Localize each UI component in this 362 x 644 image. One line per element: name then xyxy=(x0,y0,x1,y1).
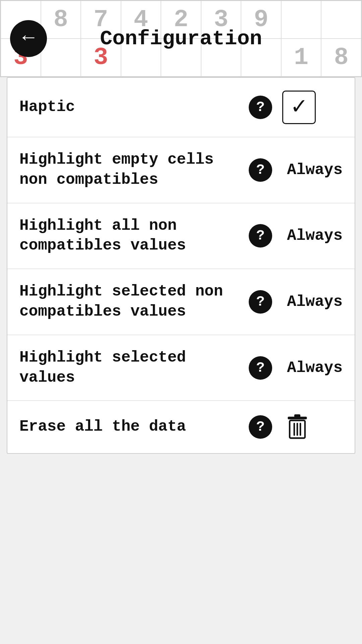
question-icon: ? xyxy=(256,419,264,435)
haptic-checkbox[interactable]: ✓ xyxy=(282,91,316,124)
checkmark-icon: ✓ xyxy=(292,95,306,119)
highlight-selected-help-button[interactable]: ? xyxy=(249,356,272,380)
question-icon: ? xyxy=(256,294,264,310)
question-icon: ? xyxy=(256,360,264,376)
highlight-empty-help-button[interactable]: ? xyxy=(249,158,272,182)
haptic-value[interactable]: ✓ xyxy=(282,91,343,124)
highlight-selected-value[interactable]: Always xyxy=(282,359,343,377)
question-icon: ? xyxy=(256,162,264,178)
config-row-haptic: Haptic ? ✓ xyxy=(7,78,355,137)
config-row-erase: Erase all the data ? xyxy=(7,401,355,453)
config-row-highlight-empty: Highlight empty cells non compatibles ? … xyxy=(7,137,355,203)
trash-button[interactable] xyxy=(282,414,312,440)
highlight-selected-noncompat-value[interactable]: Always xyxy=(282,293,343,311)
highlight-empty-value[interactable]: Always xyxy=(282,161,343,179)
haptic-help-button[interactable]: ? xyxy=(249,96,272,119)
config-row-highlight-selected: Highlight selected values ? Always xyxy=(7,335,355,401)
erase-label: Erase all the data xyxy=(19,417,239,437)
svg-rect-1 xyxy=(294,415,300,418)
question-icon: ? xyxy=(256,99,264,115)
highlight-selected-noncompat-label: Highlight selected non compatibles value… xyxy=(19,282,239,322)
question-icon: ? xyxy=(256,228,264,244)
highlight-empty-label: Highlight empty cells non compatibles xyxy=(19,150,239,190)
config-row-highlight-selected-noncompat: Highlight selected non compatibles value… xyxy=(7,269,355,335)
header: ← Configuration xyxy=(0,0,362,77)
back-arrow-icon: ← xyxy=(22,28,35,48)
trash-icon xyxy=(286,414,309,440)
highlight-all-help-button[interactable]: ? xyxy=(249,224,272,248)
config-panel: Haptic ? ✓ Highlight empty cells non com… xyxy=(7,77,355,454)
highlight-all-label: Highlight all non compatibles values xyxy=(19,216,239,256)
highlight-selected-label: Highlight selected values xyxy=(19,348,239,388)
highlight-all-value[interactable]: Always xyxy=(282,227,343,245)
erase-value[interactable] xyxy=(282,414,343,440)
haptic-label: Haptic xyxy=(19,97,239,117)
erase-help-button[interactable]: ? xyxy=(249,415,272,439)
config-row-highlight-all: Highlight all non compatibles values ? A… xyxy=(7,203,355,269)
highlight-selected-noncompat-help-button[interactable]: ? xyxy=(249,290,272,314)
page-title: Configuration xyxy=(47,27,315,51)
back-button[interactable]: ← xyxy=(10,20,47,57)
